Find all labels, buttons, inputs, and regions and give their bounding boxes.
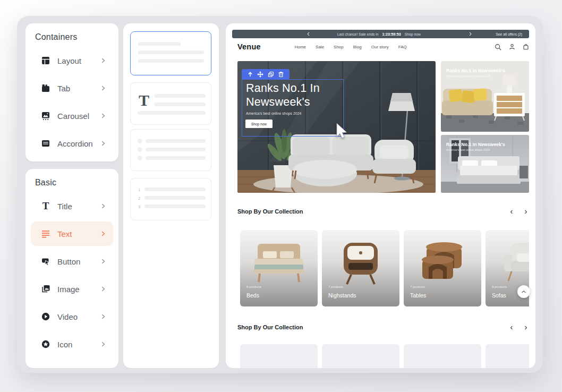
preview-canvas: Last chance! Sale ends in 1:23:59:53 Sho… <box>226 23 535 368</box>
card-name: Tables <box>410 292 426 299</box>
nav-link-home[interactable]: Home <box>295 45 306 49</box>
collection-heading: Shop By Our Collection <box>237 324 303 330</box>
text-template-dropcap[interactable]: T <box>130 82 211 125</box>
announcement-countdown: 1:23:59:53 <box>382 32 401 37</box>
placeholder-bar <box>144 204 206 208</box>
drag-move-icon[interactable] <box>257 71 263 78</box>
collection-card-nighstands[interactable]: 7 products Nighstands <box>322 230 399 306</box>
sidebar-item-carousel[interactable]: Carousel <box>25 102 118 130</box>
containers-panel: Containers Layout Tab <box>25 23 118 161</box>
chevron-right-icon <box>100 141 106 146</box>
move-up-icon[interactable] <box>247 71 253 78</box>
sidebar-item-label: Layout <box>57 56 81 65</box>
templates-panel: T 1 2 3 <box>123 23 219 368</box>
chevron-right-icon <box>100 314 106 319</box>
containers-list: Layout Tab Carousel <box>25 47 118 157</box>
card-product-count: 8 products <box>246 285 261 288</box>
text-template-numbered-list[interactable]: 1 2 3 <box>130 178 211 220</box>
placeholder-bar <box>154 94 206 98</box>
sidebar-item-label: Button <box>57 257 80 266</box>
collection-card-row: 8 products Beds 7 products Nighstands <box>240 230 529 306</box>
sidebar-item-label: Video <box>57 312 78 321</box>
nav-link-sale[interactable]: Sale <box>316 45 324 49</box>
sidebar-item-image[interactable]: Image <box>25 275 118 303</box>
containers-panel-title: Containers <box>25 23 118 42</box>
announcement-prev-icon[interactable] <box>306 31 310 37</box>
placeholder-card <box>322 344 399 368</box>
delete-icon[interactable] <box>278 71 284 78</box>
chevron-right-icon <box>100 259 106 264</box>
carousel-next-icon[interactable] <box>524 209 528 215</box>
card-name: Beds <box>246 292 259 299</box>
placeholder-card <box>404 344 481 368</box>
bullet-dot <box>138 156 142 160</box>
announcement-next-icon[interactable] <box>469 31 472 37</box>
collection-card-beds[interactable]: 8 products Beds <box>240 230 318 306</box>
sidebar-item-tab[interactable]: Tab <box>25 74 118 102</box>
search-icon[interactable] <box>495 44 501 50</box>
basic-list: T Title Text Button <box>25 192 118 358</box>
sidebar-item-title[interactable]: T Title <box>25 192 118 220</box>
text-template-bullet-list[interactable] <box>130 129 211 171</box>
placeholder-bar <box>146 148 206 151</box>
promo-banner-bedroom[interactable]: Ranks No.1 In Newsweek's America's best … <box>441 135 529 193</box>
nav-link-our-story[interactable]: Our story <box>371 45 389 49</box>
editor-window: Containers Layout Tab <box>17 16 543 373</box>
nav-link-faq[interactable]: FAQ <box>398 45 407 49</box>
site-logo[interactable]: Venue <box>237 42 261 51</box>
card-name: Nighstands <box>328 292 356 299</box>
collection-card-tables[interactable]: 7 products Tables <box>404 230 481 306</box>
nav-link-blog[interactable]: Blog <box>353 45 362 49</box>
collection-placeholder-row <box>240 344 529 368</box>
announcement-cta[interactable]: Shop now <box>405 32 421 36</box>
list-number: 2 <box>138 196 140 201</box>
image-icon <box>41 284 50 294</box>
selection-toolbar <box>242 69 289 80</box>
carousel-prev-icon[interactable] <box>509 325 514 330</box>
hero-section: Ranks No.1 In Newsweek's America's best … <box>237 61 436 193</box>
sidebar-item-label: Image <box>57 285 80 294</box>
sidebar-item-icon[interactable]: Icon <box>25 330 118 358</box>
placeholder-bar <box>154 103 206 106</box>
scroll-top-button[interactable] <box>517 285 530 298</box>
placeholder-bar <box>144 188 206 191</box>
collection-arrows <box>509 209 528 215</box>
table-image <box>411 240 474 287</box>
list-number: 1 <box>138 188 140 192</box>
promo-banner-living[interactable]: Ranks No.1 In Newsweek's America's best … <box>441 61 529 132</box>
list-number: 3 <box>138 204 140 209</box>
carousel-prev-icon[interactable] <box>509 209 514 215</box>
carousel-icon <box>41 111 50 121</box>
header-icons <box>495 44 529 50</box>
sidebar-item-layout[interactable]: Layout <box>25 47 118 74</box>
sofa-image <box>492 240 529 287</box>
site-nav: Home Sale Shop Blog Our story FAQ <box>295 45 407 49</box>
accordion-icon <box>41 139 50 148</box>
video-icon <box>41 312 50 321</box>
cart-icon[interactable] <box>523 44 529 50</box>
placeholder-card <box>240 344 318 368</box>
duplicate-icon[interactable] <box>268 71 274 78</box>
text-template-paragraph-selected[interactable] <box>130 31 211 75</box>
mouse-cursor <box>336 123 348 139</box>
selection-box[interactable] <box>242 79 344 137</box>
banner-subtitle: America's best online shops 2024 <box>446 148 490 151</box>
chevron-right-icon <box>100 113 106 118</box>
account-icon[interactable] <box>509 44 515 50</box>
nav-link-shop[interactable]: Shop <box>334 45 344 49</box>
sidebar-item-accordion[interactable]: Accordion <box>25 130 118 157</box>
carousel-next-icon[interactable] <box>524 325 528 330</box>
chevron-right-icon <box>100 286 106 292</box>
button-icon <box>41 257 50 266</box>
title-icon: T <box>41 201 50 211</box>
sidebar-item-text[interactable]: Text <box>31 221 113 246</box>
sidebar-item-label: Tab <box>57 84 70 93</box>
placeholder-bar <box>146 156 206 160</box>
sidebar-item-video[interactable]: Video <box>25 303 118 330</box>
see-all-offers-link[interactable]: See all offers (2) <box>496 30 522 38</box>
chevron-right-icon <box>100 86 106 91</box>
sidebar-item-button[interactable]: Button <box>25 248 118 275</box>
collection-heading: Shop By Our Collection <box>237 208 303 215</box>
nightstand-image <box>329 240 393 287</box>
chevron-right-icon <box>100 58 106 63</box>
